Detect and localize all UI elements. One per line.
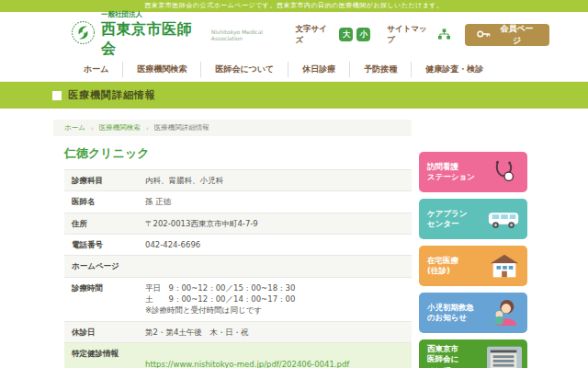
breadcrumb-current: 医療機関詳細情報: [154, 123, 209, 132]
nav-item-checkup[interactable]: 健康診査・検診: [411, 62, 497, 77]
row-label: 診療時間: [64, 278, 145, 321]
page-title-band: 医療機関詳細情報: [0, 82, 588, 109]
sitemap-label: サイトマップ: [387, 24, 435, 46]
association-emblem-icon: [71, 20, 96, 49]
table-row: 休診日 第2・第4土午後 木・日・祝: [64, 322, 412, 343]
table-row: 診療科目 内科、胃腸科、小児科: [64, 170, 412, 191]
row-label: 電話番号: [64, 235, 145, 255]
breadcrumb-separator: ›: [91, 124, 94, 132]
title-square-icon: [52, 91, 62, 100]
building-icon: [486, 346, 523, 368]
key-icon: [477, 29, 491, 40]
nav-item-vaccination[interactable]: 予防接種: [349, 62, 411, 77]
member-page-button[interactable]: 会員ページ: [465, 24, 549, 46]
page-title: 医療機関詳細情報: [68, 88, 156, 102]
sidebar-banner-care-plan[interactable]: ケアプラン センター: [419, 199, 527, 239]
mother-baby-icon: [486, 298, 523, 328]
font-size-large-button[interactable]: 大: [339, 28, 353, 41]
breadcrumb-home[interactable]: ホーム: [64, 123, 85, 132]
stethoscope-icon: [486, 158, 523, 186]
health-checkup-pdf-link[interactable]: https://www.nishitokyo-med.jp/pdf/202406…: [145, 360, 349, 368]
row-label: 診療科目: [64, 170, 145, 190]
row-value: 平日 9：00~12：00／15：00~18：30 土 9：00~12：00／1…: [145, 278, 299, 321]
house-icon: [486, 252, 523, 280]
table-row: 住所 〒202-0013西東京市中町4-7-9: [64, 213, 412, 235]
row-label: 住所: [64, 213, 145, 234]
row-value: 第2・第4土午後 木・日・祝: [145, 322, 253, 342]
row-label: 休診日: [64, 322, 145, 342]
row-value: [145, 256, 149, 276]
site-header: 一般社団法人 西東京市医師会 Nishitokyo Medical Associ…: [0, 12, 588, 57]
banner-label: ケアプラン センター: [427, 209, 486, 229]
member-page-label: 会員ページ: [496, 23, 537, 47]
sidebar-banner-about-association[interactable]: 西東京市 医師会に ついて: [419, 339, 527, 368]
header-controls: 文字サイズ 大 小 サイトマップ 会員ページ: [296, 24, 549, 46]
nav-item-home[interactable]: ホーム: [70, 62, 122, 77]
main-nav: ホーム 医療機関検索 医師会について 休日診療 予防接種 健康診査・検診: [0, 57, 588, 82]
site-notice-text: 西東京市医師会の公式ホームページです。西東京市内の目的の医療機関がお探しいただけ…: [144, 2, 443, 9]
site-subtitle: Nishitokyo Medical Association: [211, 29, 296, 41]
org-type-label: 一般社団法人: [101, 10, 296, 19]
table-row: 診療時間 平日 9：00~12：00／15：00~18：30 土 9：00~12…: [64, 278, 412, 322]
font-size-label: 文字サイズ: [296, 24, 335, 46]
sidebar-banners: 訪問看護 ステーション ケアプラン センター: [419, 120, 527, 368]
banner-label: 小児初期救急 のお知らせ: [427, 303, 486, 323]
row-value: 孫 正徳: [145, 191, 175, 212]
row-value: 〒202-0013西東京市中町4-7-9: [145, 213, 262, 234]
sitemap-icon: [438, 29, 450, 41]
sidebar-banner-pediatric-emergency[interactable]: 小児初期救急 のお知らせ: [419, 293, 527, 333]
nav-item-holiday-care[interactable]: 休日診療: [288, 62, 349, 77]
table-row: 医師名 孫 正徳: [64, 191, 412, 213]
site-title: 西東京市医師会: [101, 20, 207, 59]
font-size-small-button[interactable]: 小: [356, 28, 370, 41]
row-label: 特定健診情報: [64, 343, 145, 368]
clinic-name-heading: 仁徳クリニック: [64, 145, 412, 162]
row-value: 内科、胃腸科、小児科: [145, 170, 227, 190]
table-row: ホームページ: [64, 256, 412, 277]
sidebar-banner-home-medical[interactable]: 在宅医療 (往診): [419, 246, 527, 286]
row-label: ホームページ: [64, 256, 145, 276]
sitemap-link[interactable]: サイトマップ: [387, 24, 450, 46]
clinic-info-table: 診療科目 内科、胃腸科、小児科 医師名 孫 正徳 住所 〒202-0013西東京…: [64, 169, 412, 368]
content-area: ホーム › 医療機関検索 › 医療機関詳細情報 仁徳クリニック 診療科目 内科、…: [53, 109, 535, 368]
main-column: ホーム › 医療機関検索 › 医療機関詳細情報 仁徳クリニック 診療科目 内科、…: [53, 120, 412, 368]
breadcrumb: ホーム › 医療機関検索 › 医療機関詳細情報: [53, 120, 412, 136]
table-row: 特定健診情報 https://www.nishitokyo-med.jp/pdf…: [64, 343, 412, 368]
sidebar-banner-visiting-nursing[interactable]: 訪問看護 ステーション: [419, 152, 527, 192]
row-value: 042-424-6696: [145, 235, 204, 255]
nav-item-about[interactable]: 医師会について: [200, 62, 288, 77]
breadcrumb-search[interactable]: 医療機関検索: [99, 123, 141, 132]
breadcrumb-separator: ›: [146, 124, 149, 132]
nav-item-search[interactable]: 医療機関検索: [122, 62, 200, 77]
row-label: 医師名: [64, 191, 145, 212]
site-logo[interactable]: 一般社団法人 西東京市医師会 Nishitokyo Medical Associ…: [71, 10, 296, 59]
van-icon: [486, 207, 523, 231]
banner-label: 訪問看護 ステーション: [427, 162, 486, 182]
banner-label: 在宅医療 (往診): [427, 256, 486, 276]
table-row: 電話番号 042-424-6696: [64, 235, 412, 256]
banner-label: 西東京市 医師会に ついて: [427, 344, 486, 368]
